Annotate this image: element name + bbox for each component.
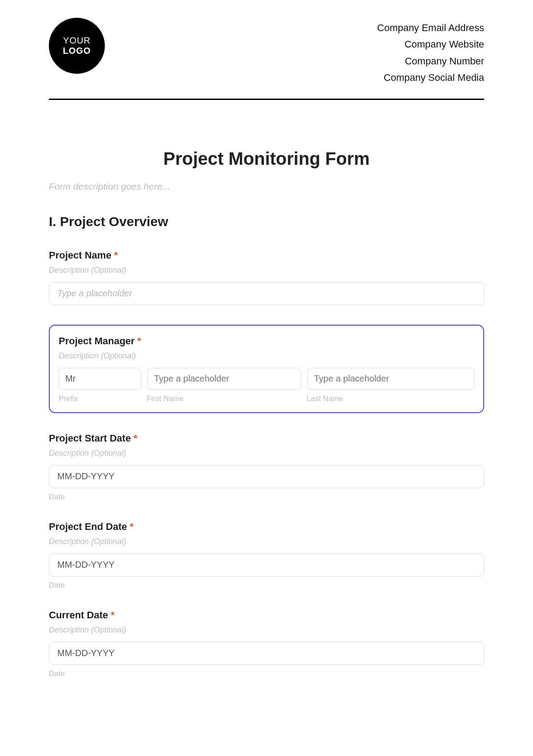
field-desc-project-name[interactable]: Description (Optional) bbox=[49, 266, 484, 275]
field-label-project-name: Project Name * bbox=[49, 250, 484, 261]
field-label-end-date: Project End Date * bbox=[49, 521, 484, 533]
current-date-input[interactable] bbox=[49, 642, 484, 665]
first-name-input[interactable] bbox=[147, 368, 301, 390]
end-date-input[interactable] bbox=[49, 553, 484, 577]
caption-start-date: Date bbox=[49, 493, 484, 501]
required-mark: * bbox=[130, 521, 134, 532]
label-text: Current Date bbox=[49, 609, 108, 621]
name-input-row bbox=[59, 368, 474, 390]
field-project-name: Project Name * Description (Optional) bbox=[49, 250, 484, 305]
caption-prefix: Prefix bbox=[59, 394, 147, 403]
required-mark: * bbox=[134, 433, 138, 444]
field-label-project-manager: Project Manager * bbox=[59, 335, 474, 347]
page-container: YOUR LOGO Company Email Address Company … bbox=[0, 0, 533, 678]
caption-last-name: Last Name bbox=[306, 394, 474, 403]
company-social: Company Social Media bbox=[377, 69, 484, 86]
logo-text-line2: LOGO bbox=[63, 46, 91, 56]
field-desc-end-date[interactable]: Description (Optional) bbox=[49, 537, 484, 546]
field-desc-project-manager[interactable]: Description (Optional) bbox=[59, 351, 474, 361]
required-mark: * bbox=[114, 250, 118, 261]
field-project-manager-selected[interactable]: Project Manager * Description (Optional)… bbox=[49, 325, 484, 413]
field-current-date: Current Date * Description (Optional) Da… bbox=[49, 609, 484, 678]
field-desc-current-date[interactable]: Description (Optional) bbox=[49, 625, 484, 635]
label-text: Project Start Date bbox=[49, 433, 131, 444]
company-email: Company Email Address bbox=[377, 20, 484, 36]
label-text: Project End Date bbox=[49, 521, 127, 532]
section-heading-overview: I. Project Overview bbox=[49, 214, 484, 229]
company-website: Company Website bbox=[377, 36, 484, 52]
label-text: Project Name bbox=[49, 250, 111, 261]
field-desc-start-date[interactable]: Description (Optional) bbox=[49, 449, 484, 458]
required-mark: * bbox=[137, 335, 141, 346]
page-title: Project Monitoring Form bbox=[49, 149, 484, 169]
label-text: Project Manager bbox=[59, 335, 135, 346]
project-name-input[interactable] bbox=[49, 282, 484, 305]
caption-first-name: First Name bbox=[147, 394, 306, 403]
caption-current-date: Date bbox=[49, 669, 484, 678]
caption-end-date: Date bbox=[49, 581, 484, 590]
field-label-start-date: Project Start Date * bbox=[49, 433, 484, 444]
company-info: Company Email Address Company Website Co… bbox=[377, 18, 484, 86]
logo-placeholder: YOUR LOGO bbox=[49, 18, 105, 74]
form-description[interactable]: Form description goes here... bbox=[49, 181, 484, 192]
logo-text-line1: YOUR bbox=[63, 36, 91, 46]
company-number: Company Number bbox=[377, 53, 484, 69]
start-date-input[interactable] bbox=[49, 465, 484, 488]
name-caption-row: Prefix First Name Last Name bbox=[59, 394, 474, 403]
last-name-input[interactable] bbox=[307, 368, 474, 390]
field-label-current-date: Current Date * bbox=[49, 609, 484, 621]
field-start-date: Project Start Date * Description (Option… bbox=[49, 433, 484, 501]
required-mark: * bbox=[111, 609, 115, 621]
prefix-input[interactable] bbox=[59, 368, 141, 390]
field-end-date: Project End Date * Description (Optional… bbox=[49, 521, 484, 590]
header: YOUR LOGO Company Email Address Company … bbox=[49, 18, 484, 100]
